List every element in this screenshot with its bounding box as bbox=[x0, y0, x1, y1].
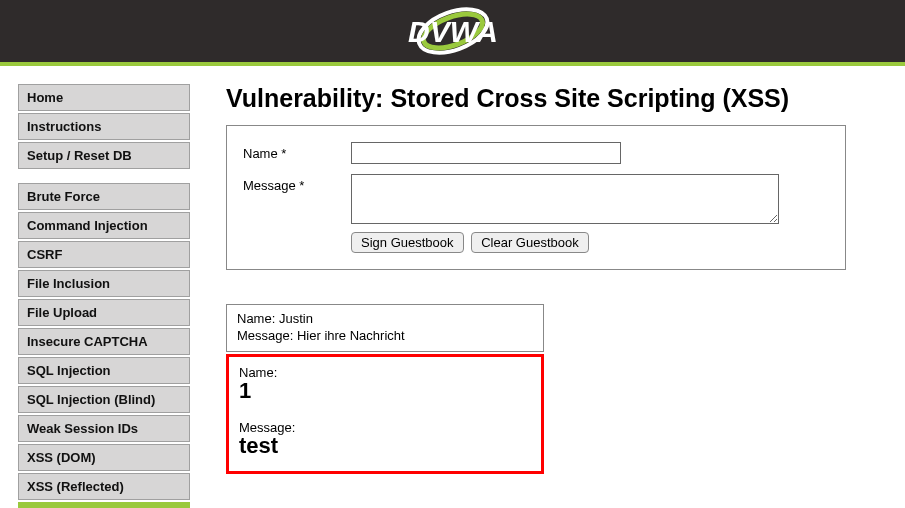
nav-xss-stored[interactable]: XSS (Stored) bbox=[18, 502, 190, 508]
nav-instructions[interactable]: Instructions bbox=[18, 113, 190, 140]
nav-file-inclusion[interactable]: File Inclusion bbox=[18, 270, 190, 297]
nav-csrf[interactable]: CSRF bbox=[18, 241, 190, 268]
nav-xss-dom[interactable]: XSS (DOM) bbox=[18, 444, 190, 471]
dvwa-logo: DVWA bbox=[358, 4, 548, 58]
sidebar-nav: HomeInstructionsSetup / Reset DB Brute F… bbox=[18, 84, 190, 508]
highlight-message-value: test bbox=[239, 435, 531, 457]
nav-sql-injection-blind[interactable]: SQL Injection (Blind) bbox=[18, 386, 190, 413]
nav-group-vulns: Brute ForceCommand InjectionCSRFFile Inc… bbox=[18, 183, 190, 508]
message-label: Message * bbox=[243, 174, 351, 193]
name-input[interactable] bbox=[351, 142, 621, 164]
nav-file-upload[interactable]: File Upload bbox=[18, 299, 190, 326]
nav-sql-injection[interactable]: SQL Injection bbox=[18, 357, 190, 384]
entry-message-line: Message: Hier ihre Nachricht bbox=[237, 328, 533, 345]
nav-command-injection[interactable]: Command Injection bbox=[18, 212, 190, 239]
nav-setup[interactable]: Setup / Reset DB bbox=[18, 142, 190, 169]
guestbook-form: Name * Message * Sign Guestbook Clear Gu… bbox=[226, 125, 846, 270]
highlight-name-label: Name: bbox=[239, 365, 531, 380]
app-header: DVWA bbox=[0, 0, 905, 66]
page-title: Vulnerability: Stored Cross Site Scripti… bbox=[226, 84, 846, 113]
name-label: Name * bbox=[243, 142, 351, 161]
nav-group-general: HomeInstructionsSetup / Reset DB bbox=[18, 84, 190, 169]
highlight-message-label: Message: bbox=[239, 420, 531, 435]
svg-text:DVWA: DVWA bbox=[408, 15, 498, 48]
clear-guestbook-button[interactable]: Clear Guestbook bbox=[471, 232, 589, 253]
nav-weak-session-ids[interactable]: Weak Session IDs bbox=[18, 415, 190, 442]
guestbook-entry: Name: Justin Message: Hier ihre Nachrich… bbox=[226, 304, 544, 352]
nav-home[interactable]: Home bbox=[18, 84, 190, 111]
nav-xss-reflected[interactable]: XSS (Reflected) bbox=[18, 473, 190, 500]
main-content: Vulnerability: Stored Cross Site Scripti… bbox=[190, 84, 870, 508]
nav-brute-force[interactable]: Brute Force bbox=[18, 183, 190, 210]
message-textarea[interactable] bbox=[351, 174, 779, 224]
nav-insecure-captcha[interactable]: Insecure CAPTCHA bbox=[18, 328, 190, 355]
sign-guestbook-button[interactable]: Sign Guestbook bbox=[351, 232, 464, 253]
guestbook-highlight-entry: Name: 1 Message: test bbox=[226, 354, 544, 474]
highlight-name-value: 1 bbox=[239, 380, 531, 402]
entry-name-line: Name: Justin bbox=[237, 311, 533, 328]
